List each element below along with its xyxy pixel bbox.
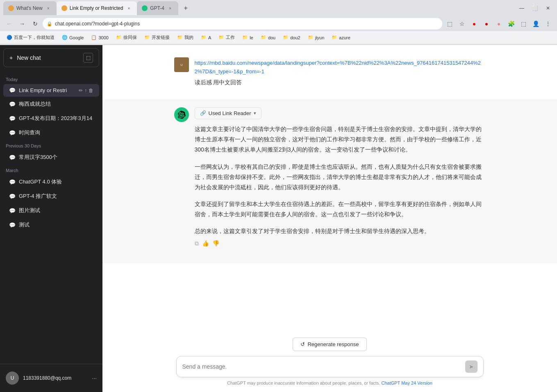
regenerate-row: ↺ Regenerate response	[111, 338, 549, 351]
tab-label-gpt4: GPT-4	[150, 5, 164, 11]
reload-button[interactable]: ↻	[30, 18, 41, 29]
sidebar-item-text-hanzi: 常用汉字3500个	[19, 154, 93, 161]
disclaimer-link[interactable]: ChatGPT May 24 Version	[381, 381, 432, 385]
user-email: 1183391880@qq.com	[23, 375, 88, 381]
sidebar-item-icon-image-test: 💬	[9, 208, 16, 214]
sidebar-item-time-query[interactable]: 💬 时间查询	[3, 126, 99, 140]
plugin-used-dropdown[interactable]: 🔗 Used Link Reader ▾	[195, 107, 261, 119]
back-button[interactable]: ←	[3, 18, 15, 29]
tab-link-empty[interactable]: Link Empty or Restricted ×	[57, 1, 137, 15]
bookmark-jiyun[interactable]: 📁 jiyun	[305, 34, 328, 41]
sidebar-item-chatgpt40[interactable]: 💬 ChatGPT 4.0 体验	[3, 175, 99, 189]
chevron-down-icon: ▾	[254, 111, 256, 116]
chat-messages: U https://mbd.baidu.com/newspage/data/la…	[102, 45, 557, 333]
tab-favicon-link-empty	[61, 5, 67, 11]
extension-pink-button[interactable]: ●	[493, 18, 505, 29]
bookmark-wode[interactable]: 📁 我的	[174, 34, 197, 41]
sidebar-item-meixi[interactable]: 💬 梅西成就总结	[3, 97, 99, 111]
regenerate-icon: ↺	[300, 341, 305, 347]
bookmark-3000[interactable]: 📋 3000	[88, 34, 111, 41]
bookmark-work[interactable]: 📁 工作	[215, 34, 238, 41]
bookmark-icon-google: 🌐	[62, 35, 68, 40]
bookmark-azure[interactable]: 📁 azure	[328, 34, 354, 41]
window-maximize-button[interactable]: ⬜	[529, 2, 541, 14]
ai-text: 这篇文章主要讨论了中国清华大学的一些学生宿舍问题，特别是关于博士生宿舍的安排。文…	[195, 124, 486, 237]
tab-close-link-empty[interactable]: ×	[125, 5, 132, 11]
user-message-url: https://mbd.baidu.com/newspage/data/land…	[195, 59, 486, 76]
disclaimer: ChatGPT may produce inaccurate informati…	[176, 381, 484, 385]
sidebar-item-gpt4-promote[interactable]: 💬 GPT-4 推广软文	[3, 189, 99, 203]
address-box[interactable]: 🔒 chat.openai.com/?model=gpt-4-plugins	[43, 18, 442, 29]
sidebar-item-text-gpt4-promote: GPT-4 推广软文	[19, 193, 93, 200]
browser-chrome: What's New × Link Empty or Restricted × …	[0, 0, 557, 45]
sidebar-bottom: U 1183391880@qq.com ···	[0, 364, 102, 392]
copy-button[interactable]: ⧉	[195, 240, 199, 247]
bookmark-label-le: le	[250, 35, 253, 40]
bookmark-a[interactable]: 📁 A	[198, 34, 214, 41]
extension-red2-button[interactable]: ●	[481, 18, 492, 29]
tab-close-whats-new[interactable]: ×	[45, 5, 52, 11]
svg-text:U: U	[180, 63, 182, 67]
tab-whats-new[interactable]: What's New ×	[3, 1, 57, 15]
new-tab-button[interactable]: +	[180, 2, 191, 14]
bookmark-button[interactable]: ☆	[456, 18, 468, 29]
user-row[interactable]: U 1183391880@qq.com ···	[3, 367, 99, 389]
chrome-menu-button[interactable]: ⋮	[542, 18, 554, 29]
user-more-icon[interactable]: ···	[92, 375, 97, 381]
bookmark-label-dou2: dou2	[290, 35, 300, 40]
sidebar-item-image-test[interactable]: 💬 图片测试	[3, 204, 99, 218]
extension-red-button[interactable]: ●	[468, 18, 480, 29]
sidebar-item-link-empty[interactable]: 💬 Link Empty or Restri ✏ ↑ 🗑	[3, 84, 99, 97]
user-avatar: U	[6, 372, 19, 385]
bookmark-xutongbao[interactable]: 📁 徐同保	[113, 34, 140, 41]
sidebar-toggle-button[interactable]: ⬚	[518, 18, 529, 29]
regenerate-button[interactable]: ↺ Regenerate response	[293, 338, 366, 351]
extensions-button[interactable]: 🧩	[505, 18, 517, 29]
bookmark-devlink[interactable]: 📁 开发链接	[141, 34, 173, 41]
bookmark-label-dou: dou	[268, 35, 275, 40]
chat-main: U https://mbd.baidu.com/newspage/data/la…	[102, 45, 557, 392]
bookmark-label-xutongbao: 徐同保	[123, 34, 137, 41]
sidebar-item-text-chatgpt40: ChatGPT 4.0 体验	[19, 178, 93, 186]
window-minimize-button[interactable]: —	[516, 2, 527, 14]
sidebar-item-hanzi[interactable]: 💬 常用汉字3500个	[3, 150, 99, 164]
ai-message-actions: ⧉ 👍 👎	[195, 240, 486, 247]
send-icon: ➤	[469, 363, 474, 370]
sidebar-collapse-button[interactable]: ⬚	[83, 53, 93, 63]
send-button[interactable]: ➤	[465, 360, 477, 373]
chat-input[interactable]	[182, 363, 462, 370]
window-close-button[interactable]: ✕	[542, 2, 554, 14]
new-chat-button[interactable]: + New chat ⬚	[3, 48, 99, 67]
delete-icon[interactable]: 🗑	[89, 88, 93, 93]
share-icon[interactable]: ↑	[84, 88, 87, 93]
cast-button[interactable]: ⬚	[444, 18, 455, 29]
thumbup-button[interactable]: 👍	[202, 240, 209, 247]
user-message-block: U https://mbd.baidu.com/newspage/data/la…	[166, 53, 494, 99]
chat-bottom: ↺ Regenerate response ➤ ChatGPT may prod…	[102, 333, 557, 392]
sidebar-item-icon-test: 💬	[9, 222, 16, 228]
bookmark-dou[interactable]: 📁 dou	[257, 34, 279, 41]
toolbar-right: ⬚ ☆ ● ● ● 🧩 ⬚ 👤 ⋮	[444, 18, 554, 29]
new-chat-icon: +	[9, 54, 13, 61]
ai-message-block: 🔗 Used Link Reader ▾ 这篇文章主要讨论了中国清华大学的一些学…	[102, 99, 557, 263]
bookmarks-bar: 🔵 百度一下，你就知道 🌐 Google 📋 3000 📁 徐同保 📁 开发链接…	[0, 31, 557, 44]
sidebar-item-text-meixi: 梅西成就总结	[19, 100, 93, 108]
sidebar-item-icon-gpt4-date: 💬	[9, 116, 16, 122]
tab-close-gpt4[interactable]: ×	[167, 5, 173, 11]
sidebar-item-icon-chatgpt40: 💬	[9, 179, 16, 185]
disclaimer-text: ChatGPT may produce inaccurate informati…	[227, 381, 380, 385]
profile-button[interactable]: 👤	[530, 18, 541, 29]
bookmark-baidu[interactable]: 🔵 百度一下，你就知道	[3, 34, 58, 41]
bookmark-le[interactable]: 📁 le	[239, 34, 257, 41]
sidebar-item-test[interactable]: 💬 测试	[3, 218, 99, 232]
tab-gpt4[interactable]: GPT-4 ×	[137, 1, 178, 15]
edit-icon[interactable]: ✏	[79, 88, 83, 93]
sidebar-item-gpt4-date[interactable]: 💬 GPT-4发布日期：2023年3月14	[3, 111, 99, 125]
forward-button[interactable]: →	[16, 18, 28, 29]
bookmark-google[interactable]: 🌐 Google	[59, 34, 87, 41]
ai-paragraph-4: 总的来说，这篇文章引发了对于学生宿舍安排，特别是对于博士生和留学生待遇的深入思考…	[195, 226, 486, 236]
bookmark-dou2[interactable]: 📁 dou2	[280, 34, 303, 41]
thumbdown-button[interactable]: 👎	[212, 240, 219, 247]
ai-paragraph-3: 文章还提到了留学生和本土大学生在住宿待遇上的差距。在一些高校中，留学生享有更好的…	[195, 199, 486, 220]
bookmark-label-baidu: 百度一下，你就知道	[14, 34, 55, 41]
